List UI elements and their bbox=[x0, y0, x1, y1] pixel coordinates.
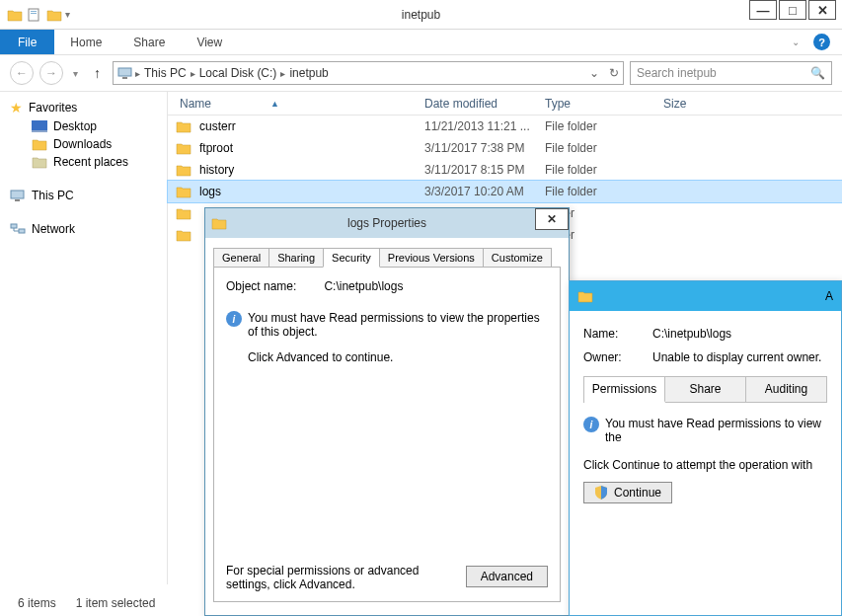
svg-rect-4 bbox=[122, 77, 127, 79]
svg-rect-1 bbox=[31, 11, 37, 12]
advanced-tabs: Permissions Share Auditing bbox=[583, 376, 827, 403]
qa-folder-icon[interactable] bbox=[45, 6, 63, 24]
maximize-button[interactable]: □ bbox=[779, 0, 806, 20]
folder-icon bbox=[577, 289, 593, 303]
folder-icon bbox=[176, 228, 191, 242]
chevron-right-icon[interactable]: ▸ bbox=[191, 68, 195, 79]
properties-tabs: General Sharing Security Previous Versio… bbox=[213, 248, 561, 268]
folder-icon bbox=[176, 163, 191, 177]
advanced-security-dialog: A Name:C:\inetpub\logs Owner:Unable to d… bbox=[569, 280, 842, 616]
table-row[interactable]: history 3/11/2017 8:15 PM File folder bbox=[168, 159, 842, 181]
svg-rect-8 bbox=[15, 199, 20, 201]
pc-icon bbox=[117, 66, 133, 80]
col-type[interactable]: Type bbox=[545, 97, 663, 111]
folder-icon bbox=[176, 185, 191, 198]
col-name[interactable]: Name▲ bbox=[168, 97, 424, 111]
properties-title: logs Properties bbox=[347, 216, 426, 230]
properties-close-button[interactable]: ✕ bbox=[535, 208, 569, 230]
properties-titlebar[interactable]: logs Properties ✕ bbox=[205, 208, 569, 238]
sidebar: ★Favorites Desktop Downloads Recent plac… bbox=[0, 92, 168, 584]
chevron-right-icon[interactable]: ▸ bbox=[280, 68, 285, 79]
tab-general[interactable]: General bbox=[213, 248, 269, 268]
table-row[interactable]: logs 3/3/2017 10:20 AM File folder bbox=[168, 181, 842, 202]
ribbon: File Home Share View ⌄ ? bbox=[0, 30, 842, 55]
folder-icon bbox=[211, 216, 227, 230]
adv-tab-permissions[interactable]: Permissions bbox=[584, 377, 665, 403]
object-name-value: C:\inetpub\logs bbox=[324, 279, 403, 293]
advanced-titlebar[interactable]: A bbox=[570, 281, 841, 311]
svg-rect-0 bbox=[29, 9, 38, 21]
table-row[interactable]: ftproot 3/11/2017 7:38 PM File folder bbox=[168, 137, 842, 159]
refresh-icon[interactable]: ↻ bbox=[609, 66, 619, 80]
advanced-button[interactable]: Advanced bbox=[466, 566, 548, 587]
file-tab[interactable]: File bbox=[0, 30, 54, 54]
col-date[interactable]: Date modified bbox=[424, 97, 545, 111]
svg-rect-2 bbox=[31, 13, 37, 14]
qa-props-icon[interactable] bbox=[26, 6, 43, 24]
sidebar-recent[interactable]: Recent places bbox=[4, 153, 163, 171]
path-dropdown-icon[interactable]: ⌄ bbox=[589, 66, 599, 80]
col-size[interactable]: Size bbox=[663, 97, 742, 111]
tab-customize[interactable]: Customize bbox=[483, 248, 552, 268]
svg-rect-9 bbox=[11, 224, 17, 228]
advanced-note: For special permissions or advanced sett… bbox=[226, 564, 443, 591]
tab-previous[interactable]: Previous Versions bbox=[379, 248, 484, 268]
tab-security[interactable]: Security bbox=[323, 248, 380, 268]
continue-button[interactable]: Continue bbox=[583, 482, 672, 503]
view-tab[interactable]: View bbox=[181, 30, 238, 54]
star-icon: ★ bbox=[10, 100, 23, 116]
svg-rect-3 bbox=[118, 68, 131, 76]
adv-owner-value: Unable to display current owner. bbox=[652, 350, 821, 364]
qa-dropdown-icon[interactable]: ▾ bbox=[65, 9, 70, 20]
adv-owner-label: Owner: bbox=[583, 350, 652, 364]
crumb-drive[interactable]: Local Disk (C:) bbox=[197, 66, 279, 80]
desktop-icon bbox=[32, 120, 47, 132]
crumb-thispc[interactable]: This PC bbox=[142, 66, 189, 80]
sidebar-network[interactable]: Network bbox=[4, 220, 163, 238]
forward-button[interactable]: → bbox=[39, 61, 63, 85]
downloads-icon bbox=[32, 137, 47, 151]
share-tab[interactable]: Share bbox=[117, 30, 181, 54]
statusbar: 6 items 1 item selected bbox=[18, 596, 155, 610]
help-icon[interactable]: ? bbox=[813, 34, 830, 50]
svg-rect-6 bbox=[32, 130, 47, 132]
adv-tab-auditing[interactable]: Auditing bbox=[746, 377, 826, 402]
advanced-title-text: A bbox=[825, 289, 833, 303]
up-button[interactable]: ↑ bbox=[88, 65, 107, 81]
folder-icon bbox=[176, 119, 191, 133]
history-dropdown-icon[interactable]: ▾ bbox=[69, 68, 82, 79]
sidebar-desktop[interactable]: Desktop bbox=[4, 117, 163, 135]
addressbar: ← → ▾ ↑ ▸ This PC ▸ Local Disk (C:) ▸ in… bbox=[0, 55, 842, 91]
ribbon-expand-icon[interactable]: ⌄ bbox=[788, 37, 804, 47]
sort-asc-icon: ▲ bbox=[270, 99, 279, 109]
shield-icon bbox=[594, 486, 608, 500]
security-panel: Object name: C:\inetpub\logs i You must … bbox=[213, 267, 561, 602]
pc-icon bbox=[10, 189, 26, 202]
search-input[interactable]: Search inetpub 🔍 bbox=[630, 61, 832, 85]
info-icon: i bbox=[583, 417, 599, 432]
svg-rect-5 bbox=[32, 120, 47, 130]
window-title: inetpub bbox=[402, 8, 440, 22]
home-tab[interactable]: Home bbox=[54, 30, 117, 54]
sidebar-downloads[interactable]: Downloads bbox=[4, 135, 163, 153]
table-row[interactable]: custerr 11/21/2013 11:21 ... File folder bbox=[168, 116, 842, 137]
crumb-folder[interactable]: inetpub bbox=[287, 66, 330, 80]
search-icon: 🔍 bbox=[810, 66, 825, 80]
close-button[interactable]: ✕ bbox=[808, 0, 836, 20]
folder-icon bbox=[176, 206, 191, 220]
tab-sharing[interactable]: Sharing bbox=[268, 248, 324, 268]
path-box[interactable]: ▸ This PC ▸ Local Disk (C:) ▸ inetpub ⌄ … bbox=[113, 61, 624, 85]
svg-rect-7 bbox=[11, 191, 24, 198]
recent-icon bbox=[32, 155, 47, 169]
column-headers: Name▲ Date modified Type Size bbox=[168, 92, 842, 116]
titlebar: ▾ inetpub — □ ✕ bbox=[0, 0, 842, 30]
object-name-label: Object name: bbox=[226, 279, 296, 293]
chevron-right-icon[interactable]: ▸ bbox=[135, 68, 140, 79]
sidebar-favorites[interactable]: ★Favorites bbox=[4, 98, 163, 117]
network-icon bbox=[10, 222, 26, 236]
adv-tab-share[interactable]: Share bbox=[665, 377, 746, 402]
minimize-button[interactable]: — bbox=[749, 0, 777, 20]
back-button[interactable]: ← bbox=[10, 61, 34, 85]
sidebar-thispc[interactable]: This PC bbox=[4, 187, 163, 204]
folder-icon bbox=[176, 141, 191, 155]
